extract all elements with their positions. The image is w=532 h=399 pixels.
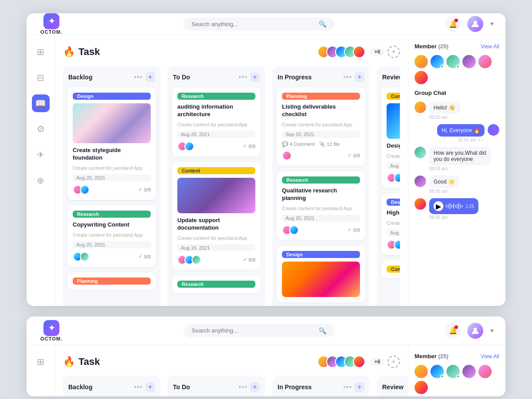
card-inprogress-2: Research Qualitative research planning C…: [277, 171, 365, 240]
col-dots[interactable]: •••: [343, 383, 352, 391]
col-add-backlog[interactable]: +: [145, 72, 155, 82]
col-add-todo[interactable]: +: [250, 72, 260, 82]
online-dot: [440, 65, 444, 68]
search-box[interactable]: 🔍: [184, 17, 334, 31]
sidebar-item-send[interactable]: ✈: [32, 146, 50, 164]
kanban-header-row: Backlog ••• + To Do ••• +: [63, 376, 400, 396]
card-backlog-1: Design Create styleguide foundation Crea…: [67, 87, 156, 200]
app-window-main: ✦ OCTOM. 🔍 🔔 ▼ ⊞ ⊟ 📖 ⚙ ✈: [27, 13, 505, 306]
card-review-2: Design High fedality UI Desktop Create c…: [381, 193, 400, 255]
card-backlog-3: Planning: [67, 272, 156, 290]
chat-message-4: Good 🌟 08:05 am: [415, 176, 499, 194]
user-avatar[interactable]: [467, 16, 483, 32]
chat-bubble-wrapper: Hi, Everyone 🔥 10:01 am ✓✓: [437, 124, 485, 142]
sidebar: ⊞ ⊟ 📖 ⚙ ✈ ⊕: [27, 35, 55, 306]
card-date: Aug 16, 2021: [177, 244, 255, 251]
col-add[interactable]: +: [355, 382, 364, 392]
card-avatars: [387, 173, 400, 183]
view-all-button[interactable]: View All: [481, 43, 499, 50]
col-title: To Do: [173, 383, 190, 391]
members-row-2: +6 +: [317, 356, 400, 368]
app-window-secondary: ✦ OCTOM. 🔍 🔔 ▼ ⊞ 🔥: [27, 317, 505, 396]
sidebar-item-grid-2[interactable]: ⊞: [32, 353, 50, 371]
card-tag: Design: [282, 251, 360, 258]
col-dots[interactable]: •••: [134, 383, 143, 391]
col-header-inprogress-2: In Progress ••• +: [272, 376, 370, 396]
sidebar-item-add[interactable]: ⊕: [32, 172, 50, 189]
wave-bar: [458, 203, 459, 209]
col-dots-todo[interactable]: •••: [239, 73, 247, 81]
sidebar-item-settings[interactable]: ⚙: [32, 120, 50, 138]
card-title: Qualitative research planning: [282, 187, 360, 202]
kanban-col-inprogress: In Progress ••• + Planning Listing deliv…: [272, 66, 370, 306]
col-dots-backlog[interactable]: •••: [134, 73, 143, 81]
card-sub: Create content for peceland App: [387, 220, 400, 226]
card-tag: Content: [177, 167, 255, 174]
card-sub: Create content for peceland App: [177, 235, 255, 241]
card-date: Aug 20, 2021: [177, 131, 255, 138]
card-title: Update support documentation: [177, 217, 255, 232]
fire-icon: 🔥: [63, 46, 75, 58]
chat-message-3: How are you,What did you do everyone 08:…: [415, 147, 499, 171]
logo-icon: ✦: [43, 13, 59, 29]
card-date: Aug 16, 2021: [387, 162, 400, 169]
card-footer: ✓0/8: [282, 151, 360, 160]
play-button[interactable]: ▶: [434, 201, 443, 211]
search-box-2[interactable]: 🔍: [184, 324, 334, 337]
search-icon-2: 🔍: [319, 327, 326, 334]
sidebar-item-grid[interactable]: ⊞: [32, 43, 50, 61]
card-title: auditing information architecture: [177, 103, 255, 118]
user-avatar-2[interactable]: [467, 323, 483, 339]
card-files: 📎 11 file: [319, 141, 340, 147]
card-todo-2: Content Update support documentation Cre…: [172, 162, 261, 270]
card-avatar: [80, 252, 90, 262]
card-todo-1: Research auditing information architectu…: [172, 87, 261, 156]
page-title-2: Task: [78, 356, 100, 368]
member-circle-2-5: [478, 365, 492, 378]
logo-area-2: ✦ OCTOM.: [37, 320, 66, 341]
chevron-down-icon-2[interactable]: ▼: [489, 328, 495, 334]
card-avatar: [394, 173, 400, 183]
member-circle-2: [430, 55, 444, 68]
sidebar-item-book[interactable]: 📖: [32, 94, 50, 112]
chevron-down-icon[interactable]: ▼: [489, 21, 495, 27]
waveform: [446, 202, 463, 210]
kanban-board: Backlog ••• + Design Create styleguide f…: [63, 66, 400, 306]
card-todo-3: Research: [172, 275, 261, 293]
col-header-backlog-2: Backlog ••• +: [63, 376, 160, 396]
card-inprogress-1: Planning Listing deliverables checklist …: [277, 87, 365, 166]
notification-button-2[interactable]: 🔔: [445, 323, 461, 339]
chat-avatar: [415, 147, 426, 158]
card-sub: Create content for peceland App: [387, 153, 400, 159]
col-header-todo-2: To Do ••• +: [168, 376, 265, 396]
col-header-inner: Backlog ••• +: [67, 382, 156, 392]
card-date: Sep 20, 2021: [282, 131, 360, 138]
card-image: [177, 178, 255, 213]
view-all-button-2[interactable]: View All: [481, 353, 499, 360]
card-meta: 💬 4 Comment 📎 11 file: [282, 141, 360, 147]
add-member-button-2[interactable]: +: [387, 356, 400, 368]
sidebar-item-layout[interactable]: ⊟: [32, 69, 50, 86]
chat-time: 08:05 am: [429, 189, 459, 194]
search-input-2[interactable]: [192, 327, 315, 334]
col-header-inner: Review ••• +: [381, 382, 408, 392]
col-dots-inprogress[interactable]: •••: [343, 73, 352, 81]
col-dots[interactable]: •••: [239, 383, 247, 391]
chat-time: 08:00 am: [429, 115, 460, 120]
card-comments: 💬 4 Comment: [282, 141, 315, 147]
card-inprogress-3: Design: [277, 246, 365, 302]
add-member-button[interactable]: +: [387, 46, 400, 58]
col-add-inprogress[interactable]: +: [355, 72, 364, 82]
notification-button[interactable]: 🔔: [445, 16, 461, 32]
card-sub: Create content for peceland App: [282, 206, 360, 211]
card-avatar: [80, 185, 90, 195]
col-add[interactable]: +: [145, 382, 155, 392]
col-add[interactable]: +: [250, 382, 260, 392]
col-actions-backlog: ••• +: [134, 72, 155, 82]
wave-bar: [448, 204, 449, 208]
wave-bar: [453, 203, 454, 209]
search-input[interactable]: [192, 21, 315, 27]
card-progress: ✓0/8: [138, 254, 151, 259]
card-footer: ✓0/8: [177, 255, 255, 265]
main-content-2: 🔥 Task +6 +: [55, 345, 408, 396]
